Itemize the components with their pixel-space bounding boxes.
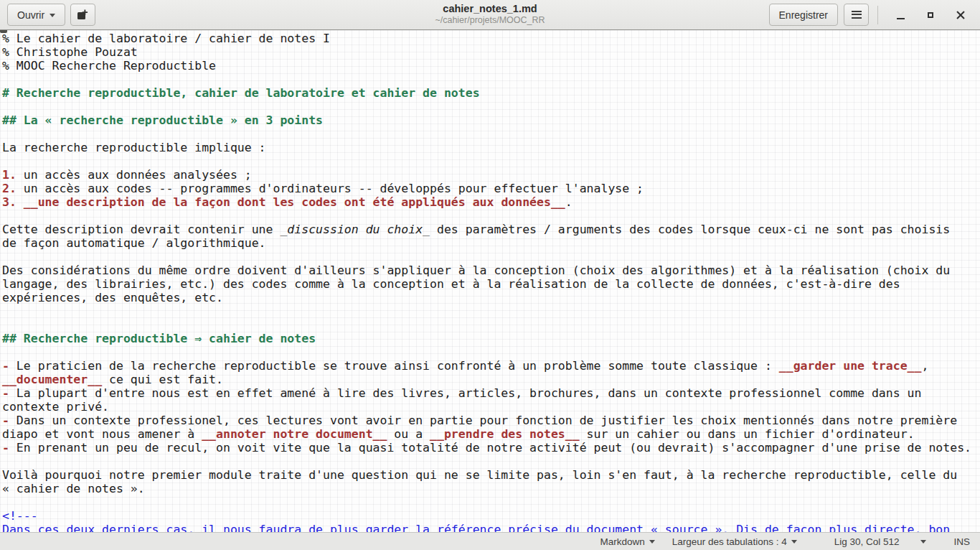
code-segment[interactable]: 3. <box>2 195 17 209</box>
code-line[interactable]: de façon automatique / algorithmique. <box>2 236 980 250</box>
code-line[interactable] <box>2 318 980 332</box>
code-line[interactable]: ## La « recherche reproductible » en 3 p… <box>2 113 980 127</box>
code-line[interactable]: Des considérations du même ordre doivent… <box>2 264 980 277</box>
menu-button[interactable] <box>844 4 869 26</box>
code-line[interactable] <box>2 304 980 318</box>
text-editor-area[interactable]: % Le cahier de laboratoire / cahier de n… <box>0 30 980 532</box>
open-button[interactable]: Ouvrir <box>7 4 65 26</box>
code-line[interactable] <box>2 250 980 264</box>
caret-down-icon <box>649 540 655 546</box>
code-segment[interactable]: - <box>2 441 9 455</box>
code-segment[interactable]: 2. <box>2 182 17 195</box>
code-segment[interactable] <box>17 195 24 209</box>
code-segment[interactable]: __une description de la façon dont les c… <box>24 195 565 209</box>
code-segment[interactable]: % Christophe Pouzat <box>2 45 138 59</box>
code-segment[interactable]: - <box>2 414 9 427</box>
code-line[interactable]: <!--- <box>2 509 980 523</box>
code-line[interactable]: - Dans un contexte professionel, ces lec… <box>2 414 980 427</box>
language-selector[interactable]: Markdown <box>600 536 655 547</box>
code-line[interactable]: contexte privé. <box>2 400 980 414</box>
code-segment[interactable]: % MOOC Recherche Reproductible <box>2 59 216 73</box>
code-segment[interactable]: . <box>565 195 573 209</box>
code-line[interactable]: - La plupart d'entre nous est en effet a… <box>2 386 980 400</box>
cursor-position[interactable]: Lig 30, Col 512 <box>834 536 900 547</box>
code-line[interactable]: % Le cahier de laboratoire / cahier de n… <box>2 32 980 45</box>
code-segment[interactable]: - <box>2 386 9 400</box>
hamburger-menu-icon <box>852 11 862 19</box>
code-segment[interactable]: En prenant un peu de recul, on voit vite… <box>9 441 971 455</box>
code-segment[interactable]: 1. <box>2 168 17 182</box>
code-segment[interactable]: sur un cahier ou dans un fichier d'ordin… <box>580 427 915 441</box>
code-segment[interactable]: « cahier de notes ». <box>2 482 145 495</box>
code-line[interactable] <box>2 154 980 168</box>
code-line[interactable]: % MOOC Recherche Reproductible <box>2 59 980 73</box>
code-line[interactable]: langage, des librairies, etc.) des codes… <box>2 277 980 291</box>
scrollbar-thumb-fragment[interactable] <box>0 30 7 33</box>
code-segment[interactable]: La plupart d'entre nous est en effet ame… <box>9 386 922 400</box>
code-segment[interactable]: % Le cahier de laboratoire / cahier de n… <box>2 32 330 45</box>
language-label: Markdown <box>600 536 645 547</box>
code-segment[interactable]: contexte privé. <box>2 400 109 414</box>
caret-down-icon <box>791 540 797 546</box>
code-segment[interactable]: Le praticien de la recherche reproductib… <box>9 359 779 373</box>
code-line[interactable]: expériences, des enquêtes, etc. <box>2 291 980 304</box>
code-segment[interactable]: Cette description devrait contenir une <box>2 223 280 236</box>
save-button[interactable]: Enregistrer <box>769 4 838 26</box>
code-segment[interactable]: - <box>2 359 9 373</box>
code-line[interactable]: - Le praticien de la recherche reproduct… <box>2 359 980 373</box>
code-line[interactable]: diapo et vont nous amener à __annoter no… <box>2 427 980 441</box>
code-segment[interactable]: un accès aux données analysées ; <box>17 168 252 182</box>
code-segment[interactable]: ou a <box>387 427 430 441</box>
code-segment[interactable]: # Recherche reproductible, cahier de lab… <box>2 86 480 100</box>
code-line[interactable] <box>2 495 980 509</box>
code-segment[interactable]: La recherche reproductible implique : <box>2 141 266 154</box>
code-segment[interactable]: <!--- <box>2 509 38 523</box>
code-segment[interactable]: Des considérations du même ordre doivent… <box>2 264 950 277</box>
code-line[interactable]: % Christophe Pouzat <box>2 45 980 59</box>
code-line[interactable]: __documenter__ ce qui est fait. <box>2 373 980 386</box>
code-line[interactable] <box>2 127 980 141</box>
maximize-button[interactable] <box>918 4 943 26</box>
code-segment[interactable]: langage, des librairies, etc.) des codes… <box>2 277 900 291</box>
code-segment[interactable]: des paramètres / arguments des codes lor… <box>430 223 950 236</box>
code-line[interactable] <box>2 100 980 113</box>
code-line[interactable] <box>2 209 980 223</box>
code-line[interactable]: Voilà pourquoi notre premier module trai… <box>2 468 980 482</box>
code-segment[interactable]: _discussion du choix_ <box>280 223 430 236</box>
code-segment[interactable]: un accès aux codes -- programmes d'ordin… <box>17 182 644 195</box>
code-line[interactable]: 1. un accès aux données analysées ; <box>2 168 980 182</box>
code-line[interactable] <box>2 73 980 86</box>
code-line[interactable]: - En prenant un peu de recul, on voit vi… <box>2 441 980 455</box>
code-line[interactable]: « cahier de notes ». <box>2 482 980 495</box>
code-segment[interactable]: __documenter__ <box>2 373 102 386</box>
code-segment[interactable]: , <box>921 359 928 373</box>
code-line[interactable]: # Recherche reproductible, cahier de lab… <box>2 86 980 100</box>
code-line[interactable]: Cette description devrait contenir une _… <box>2 223 980 236</box>
code-segment[interactable]: Dans ces deux derniers cas, il nous faud… <box>2 523 950 532</box>
input-mode-indicator: INS <box>953 536 970 547</box>
code-segment[interactable]: ce qui est fait. <box>102 373 223 386</box>
code-segment[interactable]: ## Recherche reproductible ⇒ cahier de n… <box>2 332 316 345</box>
code-segment[interactable]: __prendre des notes__ <box>430 427 580 441</box>
code-segment[interactable]: de façon automatique / algorithmique. <box>2 236 266 250</box>
code-line[interactable]: 2. un accès aux codes -- programmes d'or… <box>2 182 980 195</box>
code-line[interactable] <box>2 455 980 468</box>
code-line[interactable]: La recherche reproductible implique : <box>2 141 980 154</box>
minimize-button[interactable] <box>888 4 913 26</box>
code-line[interactable]: 3. __une description de la façon dont le… <box>2 195 980 209</box>
maximize-icon <box>928 12 933 18</box>
code-segment[interactable]: __garder une trace__ <box>779 359 922 373</box>
tab-width-selector[interactable]: Largeur des tabulations : 4 <box>672 536 797 547</box>
code-segment[interactable]: ## La « recherche reproductible » en 3 p… <box>2 113 323 127</box>
new-document-button[interactable] <box>70 4 95 26</box>
code-segment[interactable]: Dans un contexte professionel, ces lectu… <box>9 414 957 427</box>
code-line[interactable]: Dans ces deux derniers cas, il nous faud… <box>2 523 980 532</box>
close-button[interactable] <box>948 4 973 26</box>
code-line[interactable]: ## Recherche reproductible ⇒ cahier de n… <box>2 332 980 345</box>
code-line[interactable] <box>2 345 980 359</box>
goto-line-dropdown[interactable] <box>920 537 926 546</box>
code-segment[interactable]: diapo et vont nous amener à <box>2 427 202 441</box>
code-segment[interactable]: expériences, des enquêtes, etc. <box>2 291 223 304</box>
code-segment[interactable]: __annoter notre document__ <box>202 427 387 441</box>
code-segment[interactable]: Voilà pourquoi notre premier module trai… <box>2 468 957 482</box>
